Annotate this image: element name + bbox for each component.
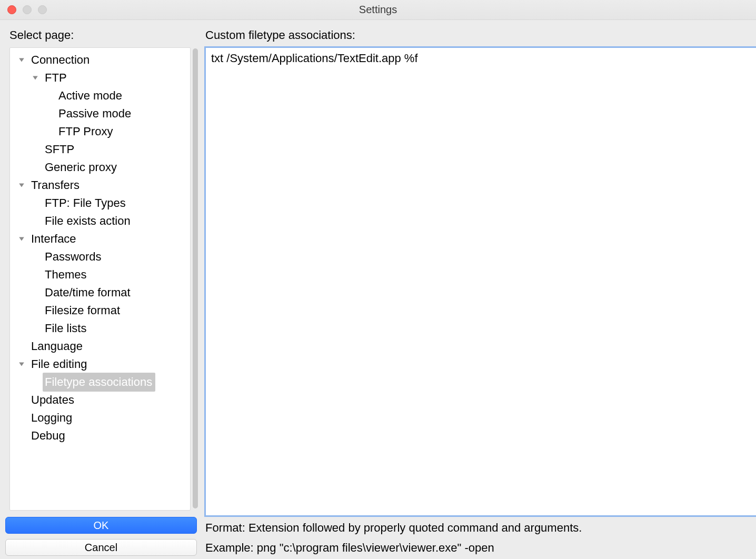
tree-item[interactable]: Connection bbox=[10, 51, 190, 69]
tree-item[interactable]: Updates bbox=[10, 391, 190, 409]
tree-item[interactable]: Logging bbox=[10, 409, 190, 427]
tree-item-label: Updates bbox=[31, 391, 74, 409]
chevron-down-icon[interactable] bbox=[17, 182, 26, 188]
tree-item[interactable]: Passwords bbox=[10, 248, 190, 266]
chevron-down-icon[interactable] bbox=[31, 75, 39, 81]
chevron-down-icon[interactable] bbox=[17, 57, 26, 63]
tree-item[interactable]: FTP bbox=[10, 69, 190, 87]
window-title: Settings bbox=[0, 4, 756, 16]
tree-item-label: Logging bbox=[31, 409, 72, 427]
window-controls bbox=[7, 5, 47, 14]
tree-wrap: ConnectionFTPActive modePassive modeFTP … bbox=[9, 47, 198, 511]
tree-item-label: Themes bbox=[45, 266, 86, 284]
custom-assoc-label: Custom filetype associations: bbox=[204, 23, 756, 46]
tree-item[interactable]: Filesize format bbox=[10, 302, 190, 320]
page-tree[interactable]: ConnectionFTPActive modePassive modeFTP … bbox=[9, 47, 191, 511]
dialog-buttons: OK Cancel bbox=[4, 517, 198, 556]
tree-item[interactable]: Themes bbox=[10, 266, 190, 284]
tree-item[interactable]: Date/time format bbox=[10, 284, 190, 302]
maximize-icon[interactable] bbox=[38, 5, 47, 14]
tree-item[interactable]: File editing bbox=[10, 355, 190, 373]
tree-item-label: FTP Proxy bbox=[58, 123, 113, 141]
ok-button[interactable]: OK bbox=[5, 517, 197, 534]
tree-item-label: File editing bbox=[31, 355, 87, 373]
tree-item[interactable]: Debug bbox=[10, 427, 190, 445]
left-column: Select page: ConnectionFTPActive modePas… bbox=[4, 23, 204, 559]
example-hint: Example: png "c:\program files\viewer\vi… bbox=[204, 535, 756, 559]
tree-item-label: Filetype associations bbox=[43, 373, 155, 392]
tree-item[interactable]: File exists action bbox=[10, 212, 190, 230]
chevron-down-icon[interactable] bbox=[17, 236, 26, 242]
tree-item[interactable]: Interface bbox=[10, 230, 190, 248]
right-column: Custom filetype associations: Format: Ex… bbox=[204, 23, 756, 559]
tree-scrollbar[interactable] bbox=[193, 47, 198, 511]
tree-item-label: Filesize format bbox=[45, 302, 120, 320]
tree-item-label: FTP bbox=[45, 69, 67, 87]
titlebar: Settings bbox=[0, 0, 756, 20]
custom-assoc-input[interactable] bbox=[204, 46, 756, 517]
tree-item[interactable]: Transfers bbox=[10, 176, 190, 194]
tree-item-label: Debug bbox=[31, 427, 65, 445]
main-area: Select page: ConnectionFTPActive modePas… bbox=[0, 20, 756, 559]
tree-item-label: Active mode bbox=[58, 87, 122, 105]
tree-item-label: FTP: File Types bbox=[45, 194, 126, 212]
tree-item[interactable]: File lists bbox=[10, 320, 190, 337]
format-hint: Format: Extension followed by properly q… bbox=[204, 517, 756, 535]
tree-item-label: Connection bbox=[31, 51, 89, 69]
tree-item-label: File lists bbox=[45, 320, 86, 337]
tree-item-label: SFTP bbox=[45, 141, 74, 158]
cancel-button[interactable]: Cancel bbox=[5, 539, 197, 556]
tree-item-label: Language bbox=[31, 337, 83, 355]
tree-item[interactable]: Filetype associations bbox=[10, 373, 190, 391]
minimize-icon[interactable] bbox=[23, 5, 32, 14]
tree-item[interactable]: Generic proxy bbox=[10, 158, 190, 176]
tree-item[interactable]: FTP Proxy bbox=[10, 123, 190, 141]
tree-item-label: File exists action bbox=[45, 212, 131, 230]
tree-item-label: Passwords bbox=[45, 248, 102, 266]
chevron-down-icon[interactable] bbox=[17, 361, 26, 367]
tree-scrollbar-thumb[interactable] bbox=[193, 48, 198, 508]
tree-item-label: Passive mode bbox=[58, 105, 131, 123]
close-icon[interactable] bbox=[7, 5, 16, 14]
tree-item[interactable]: Language bbox=[10, 337, 190, 355]
tree-item-label: Interface bbox=[31, 230, 76, 248]
tree-item-label: Transfers bbox=[31, 176, 79, 194]
tree-item-label: Date/time format bbox=[45, 284, 131, 302]
tree-item-label: Generic proxy bbox=[45, 158, 117, 176]
tree-item[interactable]: Active mode bbox=[10, 87, 190, 105]
tree-item[interactable]: FTP: File Types bbox=[10, 194, 190, 212]
tree-item[interactable]: SFTP bbox=[10, 141, 190, 158]
select-page-label: Select page: bbox=[4, 23, 198, 47]
tree-item[interactable]: Passive mode bbox=[10, 105, 190, 123]
